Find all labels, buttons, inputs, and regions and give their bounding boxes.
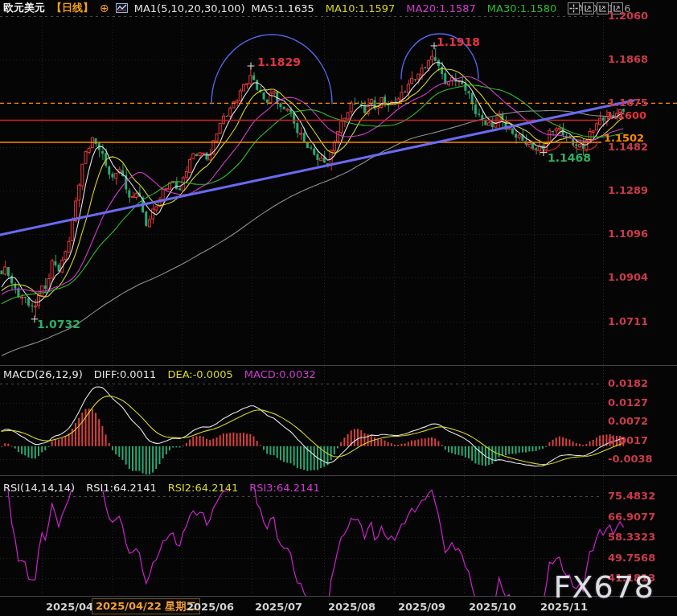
axis-label: 1.2060 [608, 10, 648, 22]
time-axis-label: 2025/04 [46, 601, 93, 613]
chart-canvas[interactable] [0, 0, 677, 616]
chart-header: 欧元美元 【日线】 ⊕ MA1(5,10,20,30,100) MA5:1.16… [3, 1, 642, 15]
rsi3-value: RSI3:64.2141 [249, 482, 320, 494]
time-axis-label: 2025/09 [398, 601, 445, 613]
symbol-name: 欧元美元 [3, 1, 45, 15]
rsi1-value: RSI1:64.2141 [86, 482, 157, 494]
macd-params-label: MACD(26,12,9) [3, 368, 83, 380]
axis-label: 1.1096 [608, 228, 648, 240]
price-annotation: 1.1829 [257, 55, 301, 68]
price-annotation: 1.1468 [548, 151, 591, 164]
macd-dea-value: DEA:-0.0005 [167, 368, 232, 380]
axis-label: 0.0072 [608, 415, 648, 427]
axis-label: 1.0904 [608, 271, 648, 283]
axis-label: 1.0711 [608, 315, 648, 327]
watermark: FX678 [554, 569, 654, 605]
macd-panel-title: MACD(26,12,9)DIFF:0.0011DEA:-0.0005MACD:… [3, 368, 327, 380]
ma-value-label: MA10:1.1597 [326, 2, 396, 14]
rsi-panel-title: RSI(14,14,14)RSI1:64.2141RSI2:64.2141RSI… [3, 482, 331, 494]
axis-label: 75.4832 [608, 490, 655, 502]
price-annotation: 1.0732 [37, 318, 80, 331]
macd-macd-value: MACD:0.0032 [244, 368, 316, 380]
ma-value-label: MA20:1.1587 [406, 2, 476, 14]
axis-scale-right-icon[interactable] [597, 2, 609, 14]
macd-diff-value: DIFF:0.0011 [94, 368, 157, 380]
axis-label: 1.1289 [608, 184, 648, 196]
add-indicator-icon[interactable]: ⊕ [100, 2, 109, 14]
period-label: 【日线】 [51, 1, 93, 15]
rsi-params-label: RSI(14,14,14) [3, 482, 75, 494]
price-annotation: 1.1918 [437, 35, 480, 48]
ma-value-label: MA30:1.1580 [487, 2, 557, 14]
axis-label: 0.0017 [608, 434, 648, 446]
axis-label: -0.0038 [608, 453, 653, 465]
axis-scale-left-icon[interactable] [582, 2, 594, 14]
rsi2-value: RSI2:64.2141 [168, 482, 239, 494]
selected-date-label: 2025/04/22 星期二 [92, 598, 200, 614]
axis-label: 66.9077 [608, 511, 655, 523]
resistance-price-tag: 1.1600 [606, 109, 646, 121]
time-axis-label: 2025/10 [469, 601, 516, 613]
axis-label: 49.7568 [608, 552, 655, 564]
axis-label: 1.1675 [608, 97, 648, 109]
trading-chart-window: 欧元美元 【日线】 ⊕ MA1(5,10,20,30,100) MA5:1.16… [0, 0, 677, 616]
chart-type-icon[interactable] [116, 2, 128, 14]
time-axis-label: 2025/07 [255, 601, 302, 613]
time-axis-label: 2025/08 [328, 601, 375, 613]
ma-value-label: MA5:1.1635 [252, 2, 314, 14]
axis-label: 1.1868 [608, 53, 648, 65]
axis-label: 58.3323 [608, 531, 655, 543]
axis-label: 0.0182 [608, 377, 648, 389]
pan-crosshair-icon[interactable] [568, 2, 580, 14]
axis-label: 0.0127 [608, 396, 648, 409]
support-price-tag: 1.1502 [604, 132, 644, 144]
ma-indicator-label: MA1(5,10,20,30,100) [134, 2, 245, 14]
time-axis-label: 2025/06 [187, 601, 234, 613]
